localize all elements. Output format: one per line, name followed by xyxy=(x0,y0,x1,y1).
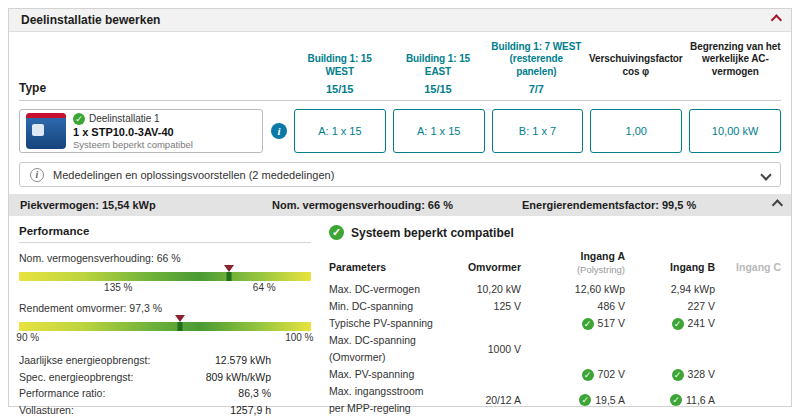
collapse-panel-chevron-icon[interactable] xyxy=(771,14,782,25)
header-input-a: Ingang A (Polystring) xyxy=(529,250,625,276)
gauge-scale: 135 % 64 % xyxy=(19,282,311,295)
header-inverter: Omvormer xyxy=(445,259,521,276)
inverter-image-screen xyxy=(32,124,44,136)
input-b-value: 2,94 kWp xyxy=(633,281,715,298)
inverter-image-top xyxy=(26,113,66,118)
gauge-marker-icon xyxy=(224,265,234,272)
param-label: Max. ingangsstroom per MPP-regeling xyxy=(329,383,437,416)
messages-expander[interactable]: Mededelingen en oplossingsvoorstellen (2… xyxy=(19,162,781,187)
ok-check-icon xyxy=(672,318,684,330)
gauge-bar xyxy=(19,272,311,281)
column-header-ac-limit: Begrenzing van het werkelijke AC-vermoge… xyxy=(690,39,781,95)
input-c-value xyxy=(723,298,781,315)
stat-performance-ratio: Performance ratio: 86,3 % xyxy=(19,385,271,402)
table-row: Max. DC-vermogen 10,20 kW 12,60 kWp 2,94… xyxy=(329,281,781,298)
input-a-value: 517 V xyxy=(529,315,625,332)
summary-peak-power: Piekvermogen: 15,54 kWp xyxy=(20,199,272,211)
string-config-building1-7west[interactable]: B: 1 x 7 xyxy=(492,109,584,153)
column-title: Verschuivingsfactor cos φ xyxy=(589,53,683,78)
table-row: Max. PV-spanning 702 V 328 V xyxy=(329,366,781,383)
column-title: Building 1: 15 WEST xyxy=(294,53,385,78)
module-count: 7/7 xyxy=(491,83,582,95)
gauge-pointer xyxy=(177,322,182,331)
parameters-table: Parameters Omvormer Ingang A (Polystring… xyxy=(329,250,781,416)
column-title: Building 1: 7 WEST (resterende panelen) xyxy=(491,41,582,79)
inverter-value xyxy=(445,315,521,332)
type-label: Type xyxy=(19,81,287,95)
ok-check-icon xyxy=(670,394,682,406)
column-header-cos-phi: Verschuivingsfactor cos φ xyxy=(589,39,683,95)
table-row: Max. ingangsstroom per MPP-regeling 20/1… xyxy=(329,383,781,416)
string-config-building1-west[interactable]: A: 1 x 15 xyxy=(294,109,386,153)
device-text: Deelinstallatie 1 1 x STP10.0-3AV-40 Sys… xyxy=(73,113,193,150)
input-c-value xyxy=(723,281,781,298)
results-summary-bar[interactable]: Piekvermogen: 15,54 kWp Nom. vermogensve… xyxy=(9,194,791,216)
ok-check-icon xyxy=(579,394,591,406)
gauge-bar xyxy=(19,322,311,331)
module-count xyxy=(589,83,683,95)
ok-check-icon xyxy=(582,318,594,330)
column-title: Begrenzing van het werkelijke AC-vermoge… xyxy=(690,41,781,79)
edit-subsystem-panel: Deelinstallatie bewerken Type Building 1… xyxy=(8,8,792,407)
input-a-value xyxy=(529,332,625,366)
panel-title: Deelinstallatie bewerken xyxy=(21,13,160,27)
inverter-value: 10,20 kW xyxy=(445,281,521,298)
input-a-value: 19,5 A xyxy=(529,383,625,416)
table-header-row: Parameters Omvormer Ingang A (Polystring… xyxy=(329,250,781,276)
input-b-value: 328 V xyxy=(633,366,715,383)
subsystem-row: Deelinstallatie 1 1 x STP10.0-3AV-40 Sys… xyxy=(19,109,781,153)
ok-check-icon xyxy=(582,369,594,381)
header-parameters: Parameters xyxy=(329,259,437,276)
configuration-section: Type Building 1: 15 WEST 15/15 Building … xyxy=(9,32,791,162)
input-a-value: 486 V xyxy=(529,298,625,315)
param-label: Typische PV-spanning xyxy=(329,315,437,332)
inverter-device-button[interactable]: Deelinstallatie 1 1 x STP10.0-3AV-40 Sys… xyxy=(19,109,263,153)
column-header-building1-west: Building 1: 15 WEST 15/15 xyxy=(294,39,385,95)
inverter-value xyxy=(445,366,521,383)
messages-label: Mededelingen en oplossingsvoorstellen (2… xyxy=(53,169,334,181)
device-cell: Deelinstallatie 1 1 x STP10.0-3AV-40 Sys… xyxy=(19,109,287,153)
param-label: Min. DC-spanning xyxy=(329,298,437,315)
device-name: Deelinstallatie 1 xyxy=(89,113,160,124)
stat-full-load-hours: Vollasturen: 1257,9 h xyxy=(19,402,271,416)
table-row: Typische PV-spanning 517 V 241 V xyxy=(329,315,781,332)
module-count: 15/15 xyxy=(294,83,385,95)
input-b-value: 241 V xyxy=(633,315,715,332)
column-title: Building 1: 15 EAST xyxy=(392,53,483,78)
string-config-building1-east[interactable]: A: 1 x 15 xyxy=(393,109,485,153)
gauge-scale: 90 % 100 % xyxy=(19,332,311,345)
input-b-value: 227 V xyxy=(633,298,715,315)
device-model: 1 x STP10.0-3AV-40 xyxy=(73,126,193,138)
table-row: Max. DC-spanning (Omvormer) 1000 V xyxy=(329,332,781,366)
ok-check-icon xyxy=(672,369,684,381)
ac-power-limit-value[interactable]: 10,00 kW xyxy=(689,109,781,153)
inverter-image xyxy=(26,113,66,149)
input-c-value xyxy=(723,366,781,383)
input-b-value xyxy=(633,332,715,366)
gauge-inverter-efficiency: Rendement omvormer: 97,3 % 90 % 100 % xyxy=(19,302,311,345)
cos-phi-value[interactable]: 1,00 xyxy=(590,109,682,153)
summary-energy-factor: Energierendementsfactor: 99,5 % xyxy=(522,199,772,211)
status-check-icon xyxy=(329,225,344,240)
device-info-icon[interactable] xyxy=(271,123,287,139)
input-c-value xyxy=(723,383,781,416)
input-c-value xyxy=(723,315,781,332)
device-ok-check-icon xyxy=(73,113,85,125)
param-label: Max. DC-vermogen xyxy=(329,281,437,298)
compatibility-status: Systeem beperkt compatibel xyxy=(329,225,781,240)
device-status: Systeem beperkt compatibel xyxy=(73,139,193,150)
performance-panel: Performance Nom. vermogensverhouding: 66… xyxy=(19,225,311,416)
input-a-value: 702 V xyxy=(529,366,625,383)
messages-chevron-down-icon[interactable] xyxy=(760,169,771,180)
stat-specific-yield: Spec. energieopbrengst: 809 kWh/kWp xyxy=(19,369,271,386)
gauge-pointer xyxy=(227,272,232,281)
panel-header[interactable]: Deelinstallatie bewerken xyxy=(9,9,791,32)
gauge-marker-icon xyxy=(175,315,185,322)
module-count: 15/15 xyxy=(392,83,483,95)
stat-annual-yield: Jaarlijkse energieopbrengst: 12.579 kWh xyxy=(19,352,271,369)
compatibility-panel: Systeem beperkt compatibel Parameters Om… xyxy=(329,225,781,416)
input-b-value: 11,6 A xyxy=(633,383,715,416)
header-input-b: Ingang B xyxy=(633,259,715,276)
messages-info-icon xyxy=(30,168,44,182)
summary-chevron-up-icon[interactable] xyxy=(772,199,783,210)
